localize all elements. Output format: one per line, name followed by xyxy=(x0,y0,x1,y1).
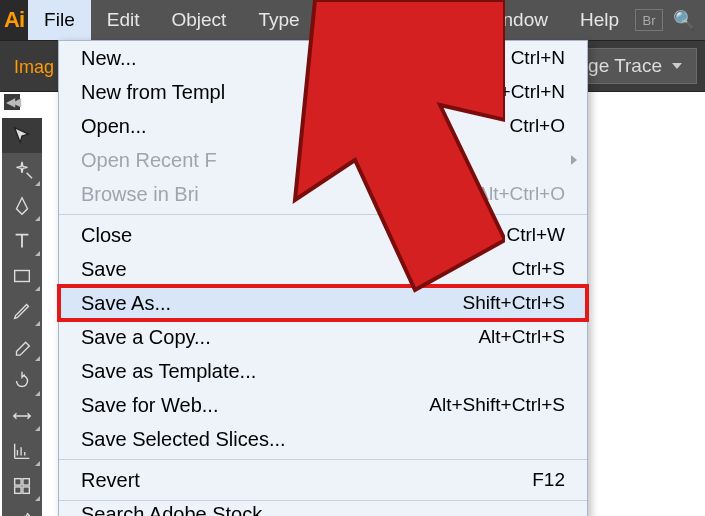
menu-effect-obscured[interactable]: Effe xyxy=(377,0,464,40)
menu-item-save-as[interactable]: Save As... Shift+Ctrl+S xyxy=(59,286,587,320)
magic-wand-tool[interactable] xyxy=(2,153,42,188)
menu-separator xyxy=(59,459,587,460)
width-tool[interactable] xyxy=(2,398,42,433)
menu-item-save-for-web[interactable]: Save for Web... Alt+Shift+Ctrl+S xyxy=(59,388,587,422)
panel-collapse-handle[interactable]: ◀◀ xyxy=(4,94,20,110)
bridge-badge[interactable]: Br xyxy=(635,9,663,31)
menu-shortcut: Ctrl+W xyxy=(506,224,565,246)
menu-shortcut: Alt+Ctrl+O xyxy=(476,183,565,205)
menu-item-new-from-template[interactable]: New from Templ Shift+Ctrl+N xyxy=(59,75,587,109)
menu-shortcut: Shift+Ctrl+N xyxy=(462,81,565,103)
svg-rect-5 xyxy=(23,486,29,492)
menu-label: Save as Template... xyxy=(81,360,565,383)
menu-shortcut: Ctrl+O xyxy=(510,115,565,137)
menu-label: Search Adobe Stock xyxy=(81,504,565,516)
menu-label: Revert xyxy=(81,469,532,492)
svg-rect-4 xyxy=(15,486,21,492)
menu-label: Save a Copy... xyxy=(81,326,478,349)
selection-tool[interactable] xyxy=(2,118,42,153)
menu-item-revert[interactable]: Revert F12 xyxy=(59,463,587,497)
menu-label: Open Recent F xyxy=(81,149,565,172)
live-paint-tool[interactable] xyxy=(2,468,42,503)
menu-window[interactable]: Window xyxy=(464,0,564,40)
menu-shortcut: Ctrl+N xyxy=(511,47,565,69)
menu-label: New... xyxy=(81,47,511,70)
menu-file[interactable]: File xyxy=(28,0,91,40)
rotate-tool[interactable] xyxy=(2,363,42,398)
menu-item-browse-in-bridge[interactable]: Browse in Bri Alt+Ctrl+O xyxy=(59,177,587,211)
svg-rect-2 xyxy=(15,478,21,484)
menu-shortcut: Alt+Ctrl+S xyxy=(478,326,565,348)
menu-label: Open... xyxy=(81,115,510,138)
menu-separator xyxy=(59,500,587,501)
app-logo: Ai xyxy=(0,0,28,40)
search-icon[interactable]: 🔍 xyxy=(673,9,695,31)
menu-label: Save Selected Slices... xyxy=(81,428,565,451)
svg-rect-3 xyxy=(23,478,29,484)
menu-item-open[interactable]: Open... Ctrl+O xyxy=(59,109,587,143)
menu-label: Save for Web... xyxy=(81,394,429,417)
menu-item-new[interactable]: New... Ctrl+N xyxy=(59,41,587,75)
menu-separator xyxy=(59,214,587,215)
eraser-tool[interactable] xyxy=(2,328,42,363)
menu-label: Close xyxy=(81,224,506,247)
pencil-tool[interactable] xyxy=(2,293,42,328)
pen-tool[interactable] xyxy=(2,188,42,223)
menu-item-save-selected-slices[interactable]: Save Selected Slices... xyxy=(59,422,587,456)
document-tab[interactable]: Imag xyxy=(14,57,54,78)
type-tool[interactable] xyxy=(2,223,42,258)
menu-item-search-adobe-stock[interactable]: Search Adobe Stock xyxy=(59,504,587,516)
svg-rect-1 xyxy=(15,270,30,281)
menu-item-save-a-copy[interactable]: Save a Copy... Alt+Ctrl+S xyxy=(59,320,587,354)
tools-panel xyxy=(2,118,42,516)
menu-type[interactable]: Type xyxy=(242,0,315,40)
menu-label: Browse in Bri xyxy=(81,183,476,206)
chevron-down-icon xyxy=(672,63,682,69)
menu-edit[interactable]: Edit xyxy=(91,0,156,40)
menu-item-save-as-template[interactable]: Save as Template... xyxy=(59,354,587,388)
menu-label: Save xyxy=(81,258,512,281)
menu-object[interactable]: Object xyxy=(155,0,242,40)
menu-item-open-recent[interactable]: Open Recent F xyxy=(59,143,587,177)
menu-label: New from Templ xyxy=(81,81,462,104)
menu-label: Save As... xyxy=(81,292,463,315)
menu-item-save[interactable]: Save Ctrl+S xyxy=(59,252,587,286)
menu-help[interactable]: Help xyxy=(564,0,635,40)
eyedropper-tool[interactable] xyxy=(2,503,42,516)
menubar: Ai File Edit Object Type t Effe Window H… xyxy=(0,0,705,40)
menu-shortcut: Ctrl+S xyxy=(512,258,565,280)
menu-select-obscured[interactable]: t xyxy=(316,0,377,40)
menu-shortcut: F12 xyxy=(532,469,565,491)
rectangle-tool[interactable] xyxy=(2,258,42,293)
graph-tool[interactable] xyxy=(2,433,42,468)
file-menu-dropdown: New... Ctrl+N New from Templ Shift+Ctrl+… xyxy=(58,40,588,516)
menu-shortcut: Shift+Ctrl+S xyxy=(463,292,565,314)
menu-shortcut: Alt+Shift+Ctrl+S xyxy=(429,394,565,416)
menu-item-close[interactable]: Close Ctrl+W xyxy=(59,218,587,252)
